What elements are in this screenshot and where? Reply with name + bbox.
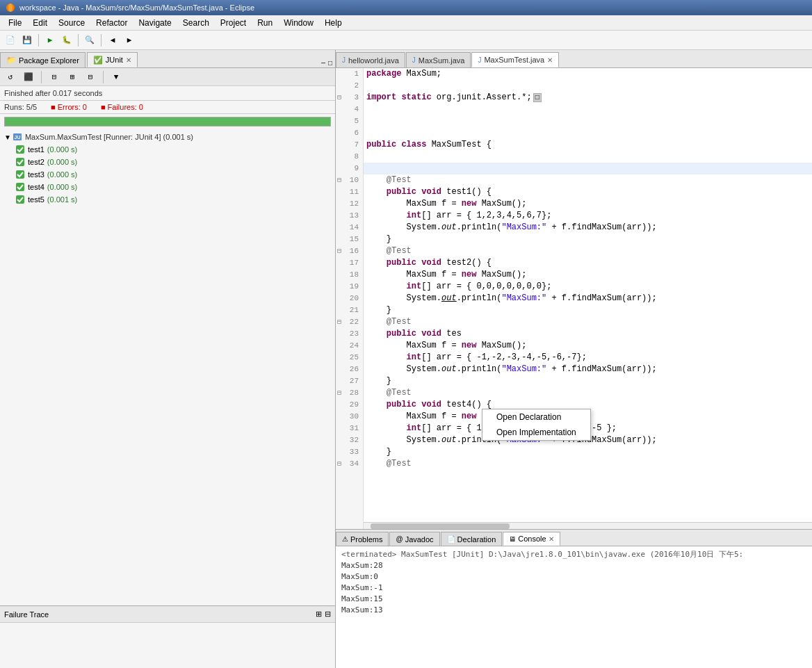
javadoc-label: Javadoc [405,535,434,544]
fold-34[interactable]: ⊟ [337,458,341,470]
editor-tab-label-0: helloworld.java [348,56,399,65]
menu-refactor[interactable]: Refactor [90,17,133,29]
ln-5: 5 [336,115,363,127]
svg-point-1 [8,3,13,12]
test-name-3: test4 [28,183,44,191]
junit-rerun-btn[interactable]: ↺ [3,70,18,85]
suite-icon: JU [13,132,22,142]
code-content[interactable]: package MaxSum; import static org.junit.… [364,68,812,529]
menu-help[interactable]: Help [319,17,348,29]
junit-close-icon[interactable]: ✕ [126,56,131,64]
junit-stop-btn[interactable]: ⬛ [21,70,36,85]
ln-9: 9 [336,163,363,174]
toolbar-run-btn[interactable]: ▶ [42,33,58,48]
junit-runs: Runs: 5/5 [4,103,37,111]
toolbar-search-btn[interactable]: 🔍 [82,33,97,48]
menu-edit[interactable]: Edit [27,17,53,29]
menu-project[interactable]: Project [215,17,252,29]
test-tree: ▼ JU MaxSum.MaxSumTest [Runner: JUnit 4]… [0,129,335,605]
bottom-tabs: ⚠ Problems @ Javadoc 📄 Declaration 🖥 Con… [336,530,812,546]
tab-package-explorer[interactable]: 📁 Package Explorer [0,52,86,67]
tab-junit[interactable]: ✅ JUnit ✕ [87,52,138,67]
menu-navigate[interactable]: Navigate [133,17,177,29]
ln-16: ⊟ 16 [336,245,363,257]
test-pass-icon-4 [15,195,25,204]
junit-hierarchy-btn[interactable]: ⊞ [65,70,80,85]
menu-file[interactable]: File [3,17,27,29]
test-suite-item[interactable]: ▼ JU MaxSum.MaxSumTest [Runner: JUnit 4]… [0,131,335,143]
toolbar-forward-btn[interactable]: ▶ [122,33,137,48]
code-line-7: public class MaxSumTest { [364,139,812,151]
ln-31: 31 [336,423,363,434]
test-item-3[interactable]: test4 (0.000 s) [0,181,335,193]
code-line-18: MaxSum f = new MaxSum(); [364,269,812,281]
test-time-4: (0.001 s) [47,195,77,204]
tab-problems[interactable]: ⚠ Problems [336,532,389,546]
editor-tab-close-2[interactable]: ✕ [547,56,553,64]
editor-tab-maxsumtest[interactable]: J MaxSumTest.java ✕ [471,52,559,67]
test-item-2[interactable]: test3 (0.000 s) [0,168,335,181]
menu-run[interactable]: Run [252,17,278,29]
editor-tab-helloworld[interactable]: J helloworld.java [336,52,405,67]
menu-window[interactable]: Window [278,17,319,29]
test-pass-icon-3 [15,182,25,192]
fold-22[interactable]: ⊟ [337,316,341,328]
test-name-2: test3 [28,170,44,179]
editor-tab-maxsum[interactable]: J MaxSum.java [406,52,471,67]
code-line-19: int[] arr = { 0,0,0,0,0,0,0}; [364,281,812,293]
editor-tabs: J helloworld.java J MaxSum.java J MaxSum… [336,50,812,68]
failure-trace-action2[interactable]: ⊟ [325,610,331,619]
console-line-1: MaxSum:0 [341,571,806,583]
junit-sep2 [103,71,104,83]
left-panel-tabs: 📁 Package Explorer ✅ JUnit ✕ ─ □ [0,50,335,68]
ln-4: 4 [336,104,363,115]
junit-panel: ↺ ⬛ ⊟ ⊞ ⊟ ▼ Finished after 0.017 seconds… [0,68,335,668]
fold-10[interactable]: ⊟ [337,174,341,186]
console-close-icon[interactable]: ✕ [549,535,554,543]
code-line-11: public void test1() { [364,186,812,198]
tab-console[interactable]: 🖥 Console ✕ [503,532,560,546]
test-item-1[interactable]: test2 (0.000 s) [0,156,335,168]
code-line-26: System.out.println("MaxSum:" + f.findMax… [364,364,812,375]
junit-filter-btn[interactable]: ⊟ [47,70,62,85]
ln-14: 14 [336,222,363,234]
fold-16[interactable]: ⊟ [337,245,341,257]
main-layout: 📁 Package Explorer ✅ JUnit ✕ ─ □ ↺ ⬛ ⊟ ⊞… [0,50,812,668]
failure-trace-panel: Failure Trace ⊞ ⊟ [0,605,335,668]
maximize-icon[interactable]: □ [328,60,332,67]
context-menu-open-implementation[interactable]: Open Implementation [482,425,590,440]
code-line-23: public void tes [364,328,812,340]
failure-trace-action1[interactable]: ⊞ [316,610,322,619]
failure-trace-header: Failure Trace ⊞ ⊟ [0,606,335,623]
test-item-4[interactable]: test5 (0.001 s) [0,193,335,206]
junit-layout-btn[interactable]: ⊟ [83,70,98,85]
toolbar-new-btn[interactable]: 📄 [3,33,18,48]
junit-history-btn[interactable]: ▼ [108,70,124,85]
code-line-34: @Test [364,458,812,470]
code-line-12: MaxSum f = new MaxSum(); [364,198,812,210]
tab-javadoc[interactable]: @ Javadoc [389,532,439,546]
code-line-17: public void test2() { [364,257,812,269]
horizontal-scrollbar[interactable] [364,522,812,529]
menu-source[interactable]: Source [53,17,90,29]
minimize-icon[interactable]: ─ [321,60,325,67]
menu-search[interactable]: Search [177,17,215,29]
bottom-panel: ⚠ Problems @ Javadoc 📄 Declaration 🖥 Con… [336,529,812,668]
context-menu-open-declaration[interactable]: Open Declaration [482,409,590,425]
console-line-2: MaxSum:-1 [341,583,806,594]
test-item-0[interactable]: test1 (0.000 s) [0,143,335,156]
failures-value: 0 [139,103,143,111]
toolbar-save-btn[interactable]: 💾 [19,33,35,48]
toolbar-back-btn[interactable]: ◀ [105,33,120,48]
java-file-icon-1: J [412,56,416,64]
fold-3[interactable]: ⊟ [337,92,341,104]
ln-7: 7 [336,139,363,151]
ln-10: ⊟ 10 [336,174,363,186]
toolbar-sep-2 [78,34,79,47]
ln-23: 23 [336,328,363,340]
tab-declaration[interactable]: 📄 Declaration [441,532,503,546]
fold-28[interactable]: ⊟ [337,387,341,399]
errors-label: Errors: [58,103,81,111]
svg-rect-8 [16,195,24,204]
toolbar-debug-btn[interactable]: 🐛 [59,33,74,48]
